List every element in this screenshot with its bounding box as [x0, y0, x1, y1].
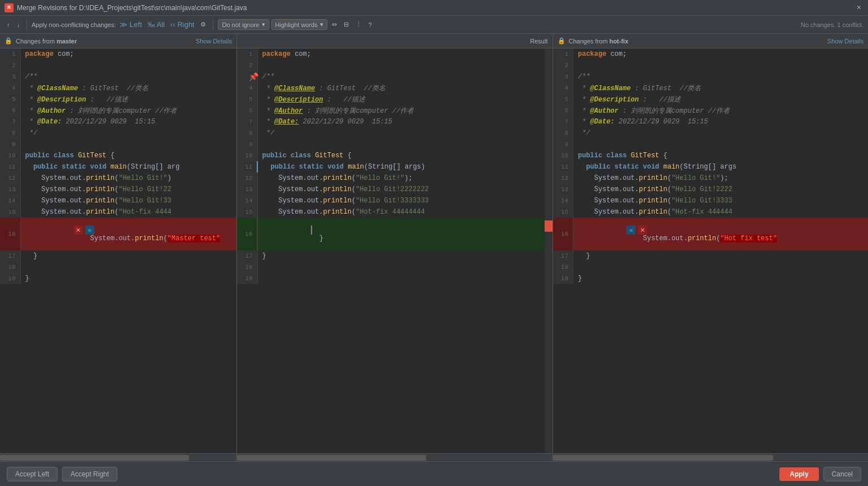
table-row: 18: [0, 262, 236, 273]
table-row: 7 * @Date: 2022/12/29 0029 15:15: [0, 116, 236, 127]
accept-left-inline-button[interactable]: »: [85, 226, 94, 235]
left-code-area[interactable]: 1 package com; 2 3 /** 4 * @ClassName : …: [0, 48, 236, 453]
left-panel-header: 🔒 Changes from master Show Details: [0, 34, 236, 48]
panels-container: 🔒 Changes from master Show Details 1 pac…: [0, 34, 868, 461]
center-scroll-thumb[interactable]: [237, 455, 426, 461]
line-number: 8: [237, 127, 257, 139]
line-number: 3 📌: [237, 71, 257, 82]
table-row: 11 public static void main(String[] args…: [237, 161, 545, 173]
table-row: 13 System.out.println("Hello Git!22: [0, 184, 236, 195]
line-content: System.out.println("Hot-fix 444444: [573, 206, 869, 218]
table-row: 12 System.out.println("Hello Git!");: [553, 173, 869, 184]
line-number: 18: [553, 262, 573, 273]
table-row: 9: [553, 139, 869, 150]
table-row: 3 📌 /**: [237, 71, 545, 82]
table-row: 17 }: [553, 250, 869, 262]
status-text: No changes. 1 conflict.: [801, 21, 863, 28]
line-number: 1: [553, 48, 573, 60]
accept-right-inline-button[interactable]: «: [626, 226, 635, 235]
table-row: 8 */: [553, 127, 869, 139]
table-row: 16 ✕ » System.out.println("Master test": [0, 218, 236, 250]
bottom-bar: Accept Left Accept Right Apply Cancel: [0, 461, 868, 486]
center-code-area[interactable]: 1 package com; 2 3 📌 /** 4 * @ClassName …: [237, 48, 553, 453]
line-content: /**: [257, 71, 545, 82]
line-content: [20, 262, 236, 273]
right-panel-header: 🔒 Changes from hot-fix Show Details: [553, 34, 869, 48]
line-content: * @Description : //描述: [573, 94, 869, 105]
line-content: public class GitTest {: [573, 150, 869, 161]
table-row: 7 * @Date: 2022/12/29 0029 15:15: [237, 116, 545, 127]
do-not-ignore-dropdown[interactable]: Do not ignore ▾: [218, 19, 269, 30]
table-row: 1 package com;: [0, 48, 236, 60]
line-number: 2: [0, 60, 20, 71]
table-row: 16 }: [237, 218, 545, 250]
reject-left-button[interactable]: ✕: [74, 226, 83, 235]
reject-right-button[interactable]: ✕: [638, 226, 647, 235]
settings-button[interactable]: ⚙: [198, 20, 208, 29]
close-button[interactable]: ×: [854, 3, 863, 12]
apply-left-button[interactable]: ≫ Left: [118, 19, 143, 30]
line-number: 3: [0, 71, 20, 82]
line-content: public static void main(String[] arg: [20, 161, 236, 173]
more-button[interactable]: ⋮: [353, 20, 364, 29]
apply-right-button[interactable]: ‹‹ Right: [169, 19, 196, 30]
sync-scroll-button[interactable]: ⇔: [330, 20, 339, 29]
collapse-button[interactable]: ⊟: [341, 20, 351, 29]
line-content: package com;: [20, 48, 236, 60]
right-code-area[interactable]: 1 package com; 2 3 /** 4 * @ClassName : …: [553, 48, 869, 453]
left-scrollbar[interactable]: [0, 453, 236, 461]
accept-left-button[interactable]: Accept Left: [7, 467, 58, 481]
toolbar: ↑ ↓ Apply non-conflicting changes: ≫ Lef…: [0, 16, 868, 34]
line-number: 12: [237, 173, 257, 184]
line-number: 3: [553, 71, 573, 82]
right-show-details-link[interactable]: Show Details: [827, 38, 863, 45]
table-row: 5 * @Description : //描述: [237, 94, 545, 105]
apply-all-button[interactable]: ‰ All: [146, 19, 166, 30]
line-content: }: [20, 250, 236, 262]
line-content: /**: [20, 71, 236, 82]
line-content: System.out.println("Hello Git!");: [573, 173, 869, 184]
line-number: 13: [0, 184, 20, 195]
line-content: * @ClassName : GitTest //类名: [257, 82, 545, 94]
line-content: [257, 60, 545, 71]
apply-button[interactable]: Apply: [779, 467, 818, 481]
center-scrollbar[interactable]: [237, 453, 553, 461]
table-row: 4 * @ClassName : GitTest //类名: [0, 82, 236, 94]
line-content: }: [573, 250, 869, 262]
line-number: 15: [0, 206, 20, 218]
table-row: 4 * @ClassName : GitTest //类名: [237, 82, 545, 94]
line-number: 16: [553, 218, 573, 250]
accept-right-button[interactable]: Accept Right: [62, 467, 117, 481]
dropdown-chevron-icon: ▾: [262, 21, 265, 28]
line-content: */: [573, 127, 869, 139]
table-row: 2: [553, 60, 869, 71]
cancel-button[interactable]: Cancel: [823, 467, 861, 481]
conflict-tick: [545, 220, 553, 232]
right-scrollbar[interactable]: [553, 453, 869, 461]
line-number: 5: [0, 94, 20, 105]
table-row: 3 /**: [0, 71, 236, 82]
left-lock-icon: 🔒: [5, 37, 12, 45]
table-row: 16 « ✕ System.out.println("Hot fix test": [553, 218, 869, 250]
next-conflict-button[interactable]: ↓: [15, 20, 23, 29]
line-number: 10: [237, 150, 257, 161]
line-number: 19: [553, 273, 573, 284]
window-title: Merge Revisions for D:\IDEA_Projects\git…: [17, 4, 247, 12]
left-scroll-thumb[interactable]: [0, 455, 189, 461]
line-content: /**: [573, 71, 869, 82]
line-content: }: [257, 218, 545, 250]
right-changes-from-label: Changes from hot-fix: [569, 38, 629, 45]
line-number: 2: [553, 60, 573, 71]
left-show-details-link[interactable]: Show Details: [196, 38, 232, 45]
line-number: 1: [237, 48, 257, 60]
help-button[interactable]: ?: [366, 20, 374, 29]
prev-conflict-button[interactable]: ↑: [5, 20, 12, 29]
right-scroll-thumb[interactable]: [553, 455, 774, 461]
line-content: }: [573, 273, 869, 284]
table-row: 7 * @Date: 2022/12/29 0029 15:15: [553, 116, 869, 127]
line-number: 7: [237, 116, 257, 127]
highlight-words-dropdown[interactable]: Highlight words ▾: [271, 19, 327, 30]
table-row: 8 */: [237, 127, 545, 139]
table-row: 17 }: [237, 250, 545, 262]
conflict-gutter: [545, 48, 553, 453]
